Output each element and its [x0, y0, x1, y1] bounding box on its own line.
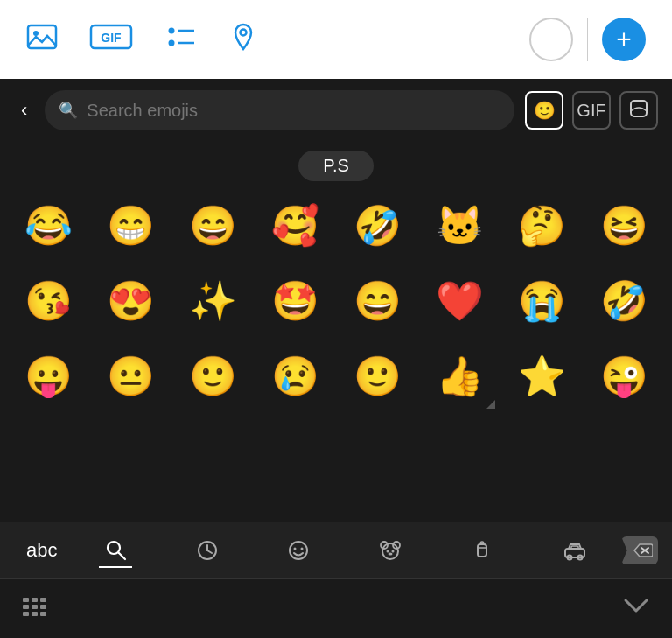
tab-gif-label: GIF — [577, 101, 606, 121]
svg-rect-33 — [32, 598, 38, 602]
kb-smiley-btn[interactable] — [282, 534, 315, 567]
svg-point-16 — [294, 548, 297, 550]
emoji-cell[interactable]: 😁 — [91, 192, 170, 260]
gif-icon[interactable]: GIF — [89, 21, 133, 59]
kb-food-btn[interactable] — [466, 534, 499, 567]
circle-button[interactable] — [529, 18, 573, 61]
emoji-cell[interactable]: ❤️ — [420, 267, 499, 335]
toolbar-right: + — [529, 18, 646, 61]
svg-rect-24 — [478, 544, 486, 557]
keyboard-icons — [69, 533, 621, 568]
emoji-cell[interactable]: 😆 — [584, 192, 663, 260]
svg-point-21 — [387, 550, 389, 553]
svg-point-6 — [169, 39, 175, 46]
svg-line-14 — [207, 550, 212, 553]
emoji-cell[interactable]: 🤣 — [584, 267, 663, 335]
ps-label-row: P.S — [0, 151, 672, 181]
back-button[interactable]: ‹ — [14, 95, 34, 125]
add-button[interactable]: + — [602, 18, 646, 61]
emoji-cell[interactable]: 🐱 — [420, 192, 499, 260]
svg-point-1 — [33, 31, 38, 36]
list-icon[interactable] — [164, 21, 196, 59]
kb-travel-btn[interactable] — [557, 534, 592, 567]
emoji-cell[interactable]: 😍 — [91, 267, 170, 335]
abc-label[interactable]: abc — [14, 539, 69, 562]
emoji-content: P.S 😂 😁 😄 🥰 🤣 🐱 🤔 😆 😘 😍 ✨ 🤩 😄 ❤️ 😭 🤣 😛 😐… — [0, 142, 672, 522]
svg-rect-38 — [23, 612, 29, 616]
tab-gif[interactable]: GIF — [572, 91, 611, 130]
search-icon: 🔍 — [59, 101, 78, 120]
emoji-cell[interactable]: 😜 — [584, 342, 663, 410]
svg-rect-37 — [40, 605, 46, 609]
emoji-cell[interactable]: 🙂 — [173, 342, 252, 410]
svg-point-23 — [388, 553, 393, 556]
emoji-cell[interactable]: 🤔 — [502, 192, 581, 260]
skin-tone-indicator — [486, 400, 495, 409]
search-tabs: 🙂 GIF — [525, 91, 658, 130]
emoji-cell[interactable]: 🤣 — [338, 192, 416, 260]
svg-rect-32 — [23, 598, 29, 602]
svg-rect-0 — [28, 25, 56, 48]
svg-line-11 — [118, 553, 125, 560]
svg-rect-40 — [40, 612, 46, 616]
svg-point-18 — [382, 543, 398, 559]
svg-point-17 — [301, 548, 304, 550]
delete-shape — [621, 536, 658, 564]
location-icon[interactable] — [228, 21, 259, 59]
toolbar-divider — [587, 18, 588, 61]
keyboard-bottom-bar — [0, 578, 672, 638]
image-icon[interactable] — [26, 21, 58, 59]
emoji-grid-row3: 😛 😐 🙂 😢 🙂 👍 ⭐ 😜 — [0, 339, 672, 414]
emoji-cell[interactable]: 😂 — [9, 192, 88, 260]
emoji-cell[interactable]: 😛 — [9, 342, 88, 410]
keyboard-grid-icon[interactable] — [21, 596, 47, 622]
emoji-cell[interactable]: 😘 — [9, 267, 88, 335]
ps-label: P.S — [298, 151, 374, 181]
emoji-cell[interactable]: 😭 — [502, 267, 581, 335]
emoji-cell[interactable]: 🤩 — [256, 267, 334, 335]
search-input-wrap[interactable]: 🔍 — [45, 90, 514, 130]
svg-point-22 — [392, 550, 395, 553]
tab-emoji[interactable]: 🙂 — [525, 91, 564, 130]
emoji-cell[interactable]: 🙂 — [338, 342, 416, 410]
chevron-down-icon[interactable] — [621, 595, 651, 622]
tab-sticker-icon — [629, 99, 648, 123]
emoji-cell[interactable]: 👍 — [420, 342, 499, 410]
search-area: ‹ 🔍 🙂 GIF — [0, 79, 672, 142]
emoji-cell[interactable]: 😐 — [91, 342, 170, 410]
delete-button[interactable] — [621, 536, 658, 564]
svg-point-4 — [169, 27, 175, 33]
svg-rect-35 — [23, 605, 29, 609]
svg-text:GIF: GIF — [101, 31, 122, 45]
tab-sticker[interactable] — [620, 91, 658, 130]
kb-recent-btn[interactable] — [191, 534, 224, 567]
top-toolbar: GIF + — [0, 0, 672, 79]
emoji-cell[interactable]: ✨ — [173, 267, 252, 335]
emoji-grid-row2: 😘 😍 ✨ 🤩 😄 ❤️ 😭 🤣 — [0, 263, 672, 339]
kb-animal-btn[interactable] — [374, 534, 407, 567]
emoji-cell[interactable]: ⭐ — [502, 342, 581, 410]
svg-rect-34 — [40, 598, 46, 602]
emoji-cell[interactable]: 🥰 — [256, 192, 334, 260]
svg-rect-36 — [32, 605, 38, 609]
emoji-cell[interactable]: 😄 — [173, 192, 252, 260]
svg-rect-9 — [631, 101, 647, 116]
tab-emoji-icon: 🙂 — [534, 100, 556, 121]
emoji-cell[interactable]: 😄 — [338, 267, 416, 335]
svg-rect-39 — [32, 612, 38, 616]
search-input[interactable] — [87, 101, 500, 121]
svg-point-8 — [241, 29, 247, 35]
kb-search-btn[interactable] — [99, 533, 132, 568]
emoji-cell[interactable]: 😢 — [256, 342, 334, 410]
toolbar-left: GIF — [26, 21, 259, 59]
svg-point-15 — [290, 542, 307, 559]
keyboard-area: abc — [0, 522, 672, 638]
keyboard-top-bar: abc — [0, 522, 672, 578]
emoji-grid-row1: 😂 😁 😄 🥰 🤣 🐱 🤔 😆 — [0, 188, 672, 263]
